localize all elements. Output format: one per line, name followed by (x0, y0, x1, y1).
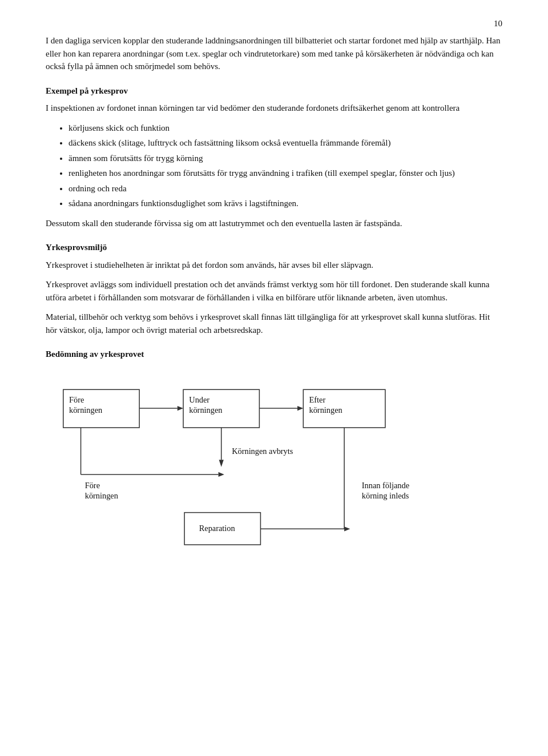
page-number: 10 (494, 17, 502, 30)
paragraph-1: I den dagliga servicen kopplar den stude… (46, 34, 502, 73)
svg-text:körningen: körningen (69, 405, 102, 415)
svg-text:Körningen avbryts: Körningen avbryts (232, 447, 293, 456)
svg-marker-17 (219, 472, 224, 476)
page: 10 I den dagliga servicen kopplar den st… (0, 0, 548, 756)
list-item: ämnen som förutsätts för trygg körning (68, 152, 502, 165)
svg-text:körningen: körningen (189, 405, 222, 415)
list-item: körljusens skick och funktion (68, 122, 502, 135)
heading-exempel: Exempel på yrkesprov (46, 85, 502, 98)
list-item: sådana anordningars funktionsduglighet s… (68, 197, 502, 210)
svg-text:Innan följande: Innan följande (362, 480, 409, 489)
svg-text:Före: Före (85, 480, 100, 489)
svg-marker-19 (219, 460, 224, 467)
svg-text:körningen: körningen (85, 491, 118, 500)
paragraph-5: Yrkesprovet avläggs som individuell pres… (46, 278, 502, 304)
heading-bedomning: Bedömning av yrkesprovet (46, 348, 502, 361)
diagram: Före körningen Under körningen Efter kör… (46, 378, 502, 569)
svg-text:Reparation: Reparation (199, 524, 235, 533)
list-item: däckens skick (slitage, lufttryck och fa… (68, 136, 502, 150)
list-item: renligheten hos anordningar som förutsät… (68, 167, 502, 180)
list-item: ordning och reda (68, 182, 502, 195)
svg-text:Före: Före (69, 395, 84, 404)
paragraph-3: Dessutom skall den studerande förvissa s… (46, 217, 502, 230)
svg-text:Under: Under (189, 395, 209, 404)
svg-marker-9 (297, 405, 303, 410)
bullet-list: körljusens skick och funktion däckens sk… (68, 122, 502, 210)
paragraph-4: Yrkesprovet i studiehelheten är inriktat… (46, 259, 502, 272)
paragraph-2: I inspektionen av fordonet innan körning… (46, 102, 502, 115)
heading-miljo: Yrkesprovsmiljö (46, 241, 502, 254)
svg-marker-4 (178, 405, 183, 410)
svg-text:körningen: körningen (309, 405, 342, 415)
paragraph-6: Material, tillbehör och verktyg som behö… (46, 311, 502, 336)
svg-text:körning inleds: körning inleds (362, 491, 409, 500)
svg-marker-24 (344, 526, 350, 531)
diagram-svg: Före körningen Under körningen Efter kör… (46, 384, 502, 565)
svg-text:Efter: Efter (309, 395, 326, 404)
